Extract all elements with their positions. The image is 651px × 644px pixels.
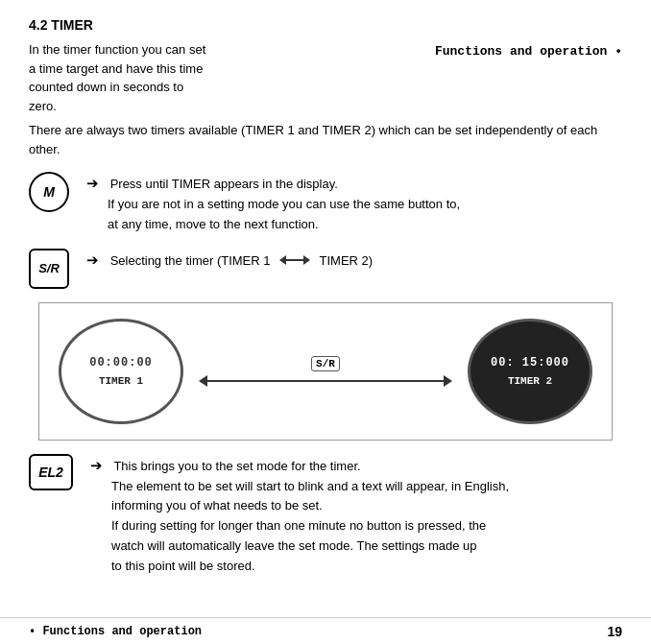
full-width-paragraph: There are always two timers available (T…: [29, 121, 622, 158]
footer-page-number: 19: [607, 624, 622, 639]
timer1-row1: 00:00:00: [89, 355, 153, 371]
instruction3-line2: The element to be set will start to blin…: [111, 479, 509, 493]
timer2-watch-face: ▪ 00: 15:000 TIMER 2: [468, 319, 592, 424]
page-container: 4.2 TIMER In the timer function you can …: [0, 0, 651, 644]
footer: • Functions and operation 19: [0, 617, 651, 644]
arrow-right-icon: [303, 255, 310, 265]
double-arrow-line: [199, 375, 452, 387]
top-content: In the timer function you can set a time…: [29, 40, 622, 115]
timer1-watch-face: 00:00:00 TIMER 1: [59, 319, 183, 424]
intro-text: In the timer function you can set a time…: [29, 40, 205, 115]
instruction2-text: ➔ Selecting the timer (TIMER 1 TIMER 2): [86, 249, 373, 272]
connector-arrow-right: [444, 375, 452, 387]
instruction3-line4: If during setting for longer than one mi…: [111, 518, 486, 533]
watch-diagram: 00:00:00 TIMER 1 S/R ▪ 00: 15:000 TIMER …: [38, 302, 613, 441]
instruction-row-2: S/R ➔ Selecting the timer (TIMER 1 TIMER…: [29, 249, 622, 289]
instruction-row-1: M ➔ Press until TIMER appears in the dis…: [29, 172, 622, 235]
timer1-label: TIMER 1: [99, 375, 143, 387]
timer2-label: TIMER 2: [508, 375, 552, 387]
instruction3-line3: informing you of what needs to be set.: [111, 498, 323, 513]
instruction3-line6: to this point will be stored.: [111, 559, 255, 573]
instruction2-part2: TIMER 2): [320, 253, 374, 268]
el2-icon-badge: EL2: [29, 454, 73, 490]
instruction2-part1: Selecting the timer (TIMER 1: [110, 253, 271, 268]
functions-header: Functions and operation •: [435, 44, 622, 59]
arrow-icon-3: ➔: [90, 457, 103, 473]
arrow-icon-2: ➔: [86, 251, 99, 268]
timer2-display: 00: 15:000: [491, 355, 569, 371]
section-title: 4.2 TIMER: [29, 17, 622, 33]
instruction-row-3: EL2 ➔ This brings you to the set mode fo…: [29, 454, 622, 577]
instruction1-text: ➔ Press until TIMER appears in the displ…: [86, 172, 460, 235]
sr-icon-badge: S/R: [29, 249, 69, 289]
arrow-connector: S/R: [183, 356, 468, 387]
arrow-icon-1: ➔: [86, 175, 99, 191]
battery-indicator: ▪: [575, 329, 580, 339]
sr-label: S/R: [311, 356, 340, 371]
instruction1-line2: If you are not in a setting mode you can…: [108, 197, 460, 211]
m-icon-badge: M: [29, 172, 69, 212]
timer1-display: 00:00:00: [89, 355, 153, 371]
timer2-row1: 00: 15:000: [491, 355, 569, 371]
arrow-line: [286, 259, 303, 261]
instruction3-line1: This brings you to the set mode for the …: [113, 459, 360, 473]
instruction3-text: ➔ This brings you to the set mode for th…: [90, 454, 509, 577]
footer-functions-label: • Functions and operation: [29, 625, 202, 638]
instruction1-line3: at any time, move to the next function.: [108, 217, 319, 231]
connector-line: [207, 380, 444, 382]
connector-arrow-left: [199, 375, 207, 387]
intro-paragraph1: In the timer function you can set a time…: [29, 42, 205, 113]
instruction3-line5: watch will automatically leave the set m…: [111, 538, 477, 553]
double-arrow-diagram: [279, 255, 310, 265]
arrow-left-icon: [279, 255, 286, 265]
